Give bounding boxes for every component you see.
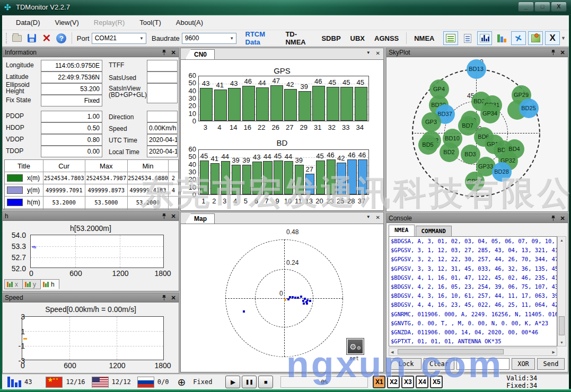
scroll-down-icon[interactable]: ▼ — [558, 341, 566, 344]
protocol-sdbp[interactable]: SDBP — [321, 34, 340, 42]
panel-title: Console — [389, 215, 412, 222]
info-value-fix-state: Fixed — [41, 95, 102, 106]
console-output[interactable]: $BDGSA, A, 3, 01, 02, 03, 04, 05, 06, 07… — [389, 236, 557, 346]
x-axis-tick: 23 — [325, 197, 336, 205]
pause-button[interactable]: ❚❚ — [242, 376, 257, 388]
column-header — [169, 160, 179, 172]
speed-x5-button[interactable]: X5 — [430, 376, 443, 388]
close-icon[interactable]: ✕ — [170, 295, 177, 301]
position-dot — [297, 297, 299, 299]
close-icon[interactable]: ✕ — [170, 213, 177, 220]
close-button[interactable]: X — [551, 2, 567, 12]
menu-item-data[interactable]: Data(D) — [10, 16, 47, 29]
close-icon[interactable]: ✕ — [559, 215, 566, 222]
console-panel: Console ✕ NMEA COMMAND $BDGSA, A, 3, 01,… — [386, 213, 568, 372]
h-tab-x[interactable]: x — [4, 279, 23, 289]
lock-button[interactable]: Lock — [391, 358, 421, 370]
h-series-marker: ▪h — [32, 244, 36, 250]
speed-x2-button[interactable]: X2 — [387, 376, 400, 388]
command-input[interactable] — [456, 358, 509, 370]
console-hscrollbar[interactable]: ◀ ▶ — [389, 348, 557, 356]
protocol-rtcm-data[interactable]: RTCM Data — [245, 30, 276, 46]
xor-button[interactable]: XOR — [512, 358, 535, 370]
series-name: h(m) — [27, 199, 40, 206]
cn0-bar-33 — [340, 87, 353, 121]
stop-serial-icon[interactable]: ✕ — [40, 32, 54, 44]
mini-chart-icon — [43, 281, 49, 287]
console-vscrollbar[interactable]: ▲ ▼ — [557, 236, 566, 346]
scroll-up-icon[interactable]: ▲ — [558, 238, 566, 242]
map-set-button[interactable]: ⚙⚙ — [347, 338, 364, 354]
stop-button[interactable]: ■ — [258, 376, 273, 388]
y-axis-tick: 60 — [180, 145, 196, 153]
x-axis-tick: 16 — [241, 123, 255, 131]
pin-icon[interactable] — [161, 295, 167, 301]
speed-chart-plot — [22, 316, 164, 360]
x-axis-tick: 32 — [325, 123, 339, 131]
pin-icon[interactable] — [161, 213, 167, 219]
tab-cn0[interactable]: CN0 — [185, 49, 215, 59]
satellite-GP34: GP34 — [480, 104, 500, 123]
pin-icon[interactable] — [550, 215, 556, 221]
protocol-td-nmea[interactable]: TD-NMEA — [285, 30, 312, 46]
speed-x1-button[interactable]: X1 — [373, 376, 385, 388]
menu-item-about[interactable]: About(A) — [170, 16, 209, 29]
cn0-bar-28 — [347, 159, 356, 194]
h-tab-y[interactable]: y — [22, 279, 41, 289]
menu-item-tool[interactable]: Tool(T) — [133, 16, 167, 29]
collapse-icon[interactable]: ▼ — [366, 50, 371, 56]
x-axis-tick: 13 — [304, 197, 314, 205]
map-v-axis — [284, 239, 285, 357]
x-axis-tick: 1200 — [109, 269, 132, 278]
port-label: Port — [77, 34, 90, 42]
save-file-icon[interactable] — [25, 32, 39, 44]
info-value-vdop: 0.80 — [41, 134, 102, 146]
close-icon[interactable]: ✕ — [559, 49, 566, 56]
scroll-left-icon[interactable]: ◀ — [391, 350, 393, 354]
map-view-icon[interactable] — [528, 31, 543, 45]
play-button[interactable]: ▶ — [225, 376, 240, 388]
tab-map[interactable]: Map — [185, 213, 215, 224]
pin-icon[interactable] — [550, 49, 556, 56]
x-axis-tick: 5 — [241, 197, 251, 205]
help-icon[interactable]: ? — [55, 32, 68, 44]
toolbar-overflow-icon[interactable]: ▼ — [561, 35, 566, 41]
cn0-bar-2 — [210, 163, 219, 194]
color-bars-icon[interactable] — [494, 31, 509, 45]
russia-flag-icon — [137, 377, 154, 388]
baudrate-dropdown[interactable]: 9600 ▼ — [182, 33, 236, 44]
separator — [406, 32, 407, 44]
speed-x3-button[interactable]: X3 — [401, 376, 414, 388]
cn0-bar-6 — [252, 162, 261, 194]
minimize-button[interactable]: _ — [518, 2, 534, 12]
info-value-pdop: 1.00 — [41, 111, 102, 122]
h-tab-h[interactable]: h — [40, 279, 59, 289]
close-views-icon[interactable]: X — [545, 31, 560, 45]
menu-item-view[interactable]: View(V) — [49, 16, 85, 29]
collapse-icon[interactable]: ▼ — [366, 215, 371, 220]
y-axis-tick: 10 — [180, 183, 196, 191]
clear-button[interactable]: Clear — [424, 358, 454, 370]
maximize-button[interactable]: □ — [534, 2, 550, 12]
nmea-toggle[interactable]: NMEA — [414, 34, 434, 42]
row-title-cell: x(m) — [5, 172, 43, 184]
info-value-latitude: 22:49:9.7536N — [41, 72, 102, 83]
protocol-agnss[interactable]: AGNSS — [374, 34, 399, 42]
list-view-icon[interactable] — [443, 31, 458, 45]
bd-chart-title: BD — [181, 138, 383, 147]
report-view-icon[interactable] — [460, 31, 475, 45]
tab-nmea[interactable]: NMEA — [389, 225, 415, 236]
skyplot-icon[interactable]: ✕︎ — [511, 31, 526, 45]
scroll-right-icon[interactable]: ▶ — [552, 350, 555, 354]
speed-x4-button[interactable]: X4 — [416, 376, 428, 388]
cn0-chart-icon[interactable] — [477, 31, 492, 45]
separator — [72, 32, 72, 44]
protocol-ubx[interactable]: UBX — [350, 34, 365, 42]
close-icon[interactable]: ✕ — [376, 50, 380, 56]
map-set-label: set — [349, 355, 359, 361]
table-row: x(m)2524534.78032524534.79872524534.6880… — [5, 172, 179, 184]
close-icon[interactable]: ✕ — [376, 215, 380, 220]
tab-command[interactable]: COMMAND — [416, 226, 452, 236]
port-dropdown[interactable]: COM21 ▼ — [92, 33, 146, 44]
send-button[interactable]: Send — [537, 358, 565, 370]
